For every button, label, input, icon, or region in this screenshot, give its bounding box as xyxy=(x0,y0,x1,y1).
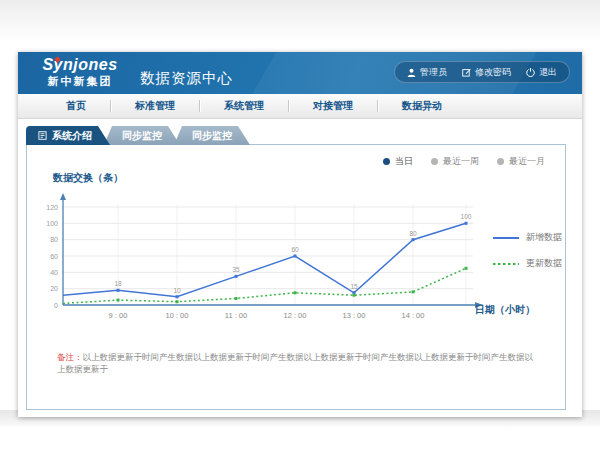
nav-item-system-mgmt[interactable]: 系统管理 xyxy=(200,99,288,113)
svg-text:100: 100 xyxy=(461,213,472,220)
user-name-button[interactable]: 管理员 xyxy=(407,66,447,79)
nav-item-interface-mgmt[interactable]: 对接管理 xyxy=(289,99,377,113)
tab-bar: 系统介绍 同步监控 同步监控 xyxy=(26,126,242,145)
tab-label: 同步监控 xyxy=(122,129,162,143)
svg-text:9 : 00: 9 : 00 xyxy=(109,311,128,320)
chart-legend: 新增数据 更新数据 xyxy=(493,231,562,270)
footnote-text: 以上数据更新于时间产生数据以上数据更新于时间产生数据以上数据更新于时间产生数据以… xyxy=(57,352,533,374)
nav-item-home[interactable]: 首页 xyxy=(42,99,110,113)
radio-dot xyxy=(431,158,438,165)
tab-sync-monitor-2[interactable]: 同步监控 xyxy=(172,126,250,145)
user-name-label: 管理员 xyxy=(420,66,447,79)
svg-text:80: 80 xyxy=(50,236,58,243)
main-nav: 首页 标准管理 系统管理 对接管理 数据异动 xyxy=(18,94,582,119)
user-icon xyxy=(407,68,416,77)
radio-last-month[interactable]: 最近一月 xyxy=(497,155,545,168)
nav-item-data-change[interactable]: 数据异动 xyxy=(378,99,466,113)
svg-text:11 : 00: 11 : 00 xyxy=(225,311,247,320)
footnote-label: 备注： xyxy=(57,352,83,362)
time-range-filter: 当日 最近一周 最近一月 xyxy=(383,155,545,168)
svg-text:35: 35 xyxy=(232,266,240,273)
radio-today[interactable]: 当日 xyxy=(383,155,413,168)
legend-label: 更新数据 xyxy=(526,257,562,270)
tab-system-intro[interactable]: 系统介绍 xyxy=(26,126,110,145)
svg-text:100: 100 xyxy=(46,220,58,227)
radio-last-week[interactable]: 最近一周 xyxy=(431,155,479,168)
radio-dot xyxy=(383,158,390,165)
page-title: 数据资源中心 xyxy=(140,69,233,88)
legend-line-dotted-icon xyxy=(493,259,519,269)
radio-label: 最近一周 xyxy=(443,155,479,168)
page-background-top xyxy=(0,0,600,42)
radio-label: 当日 xyxy=(395,155,413,168)
legend-item-new-data[interactable]: 新增数据 xyxy=(493,231,562,244)
svg-text:13 : 00: 13 : 00 xyxy=(343,311,366,320)
tab-sync-monitor-1[interactable]: 同步监控 xyxy=(102,126,180,145)
brand-logo-chinese: 新中新集团 xyxy=(32,74,128,88)
svg-text:60: 60 xyxy=(50,253,58,260)
app-header: Synjones 新中新集团 数据资源中心 管理员 修改密码 xyxy=(18,52,582,94)
nav-item-standard-mgmt[interactable]: 标准管理 xyxy=(111,99,199,113)
content-panel: 当日 最近一周 最近一月 数据交换（条） 0204060801001209 : … xyxy=(26,144,566,410)
brand-logo: Synjones 新中新集团 xyxy=(32,56,128,88)
legend-item-update-data[interactable]: 更新数据 xyxy=(493,257,562,270)
edit-icon xyxy=(462,68,471,77)
footnote: 备注：以上数据更新于时间产生数据以上数据更新于时间产生数据以上数据更新于时间产生… xyxy=(57,351,541,375)
change-password-button[interactable]: 修改密码 xyxy=(462,66,511,79)
document-icon xyxy=(38,131,47,140)
svg-text:40: 40 xyxy=(50,269,58,276)
radio-label: 最近一月 xyxy=(509,155,545,168)
svg-text:10 : 00: 10 : 00 xyxy=(166,311,189,320)
svg-text:60: 60 xyxy=(291,246,299,253)
line-chart: 0204060801001209 : 0010 : 0011 : 0012 : … xyxy=(43,185,493,325)
radio-dot xyxy=(497,158,504,165)
svg-text:120: 120 xyxy=(46,204,58,211)
svg-text:18: 18 xyxy=(114,280,122,287)
tab-label: 系统介绍 xyxy=(52,129,92,143)
user-menu: 管理员 修改密码 退出 xyxy=(394,61,570,83)
svg-text:0: 0 xyxy=(54,302,58,309)
x-axis-title: 日期（小时） xyxy=(475,303,535,317)
tab-label: 同步监控 xyxy=(192,129,232,143)
brand-logo-text: Synjones xyxy=(32,56,128,74)
svg-text:14 : 00: 14 : 00 xyxy=(402,311,425,320)
power-icon xyxy=(526,68,535,77)
logout-label: 退出 xyxy=(539,66,557,79)
change-password-label: 修改密码 xyxy=(475,66,511,79)
legend-label: 新增数据 xyxy=(526,231,562,244)
y-axis-title: 数据交换（条） xyxy=(53,171,123,185)
svg-text:20: 20 xyxy=(50,285,58,292)
legend-line-solid-icon xyxy=(493,233,519,243)
svg-text:15: 15 xyxy=(350,283,358,290)
svg-text:80: 80 xyxy=(409,230,417,237)
logout-button[interactable]: 退出 xyxy=(526,66,557,79)
svg-text:10: 10 xyxy=(173,287,181,294)
svg-text:12 : 00: 12 : 00 xyxy=(284,311,307,320)
app-window: Synjones 新中新集团 数据资源中心 管理员 修改密码 xyxy=(18,52,582,417)
